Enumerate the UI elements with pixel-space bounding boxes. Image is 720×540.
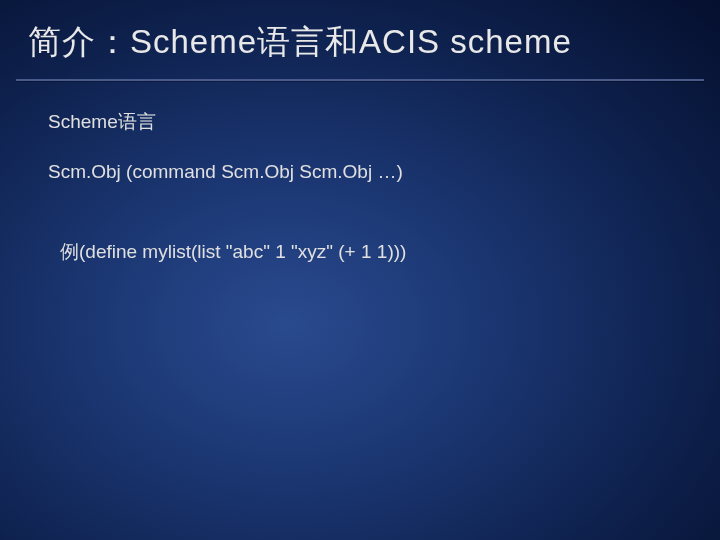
example-text: 例(define mylist(list "abc" 1 "xyz" (+ 1 … xyxy=(48,239,672,265)
slide-content: Scheme语言 Scm.Obj (command Scm.Obj Scm.Ob… xyxy=(0,81,720,293)
title-bar: 简介：Scheme语言和ACIS scheme xyxy=(0,0,720,79)
subtitle-text: Scheme语言 xyxy=(48,109,672,135)
slide-container: 简介：Scheme语言和ACIS scheme Scheme语言 Scm.Obj… xyxy=(0,0,720,540)
syntax-text: Scm.Obj (command Scm.Obj Scm.Obj …) xyxy=(48,161,672,183)
slide-title: 简介：Scheme语言和ACIS scheme xyxy=(28,20,692,65)
